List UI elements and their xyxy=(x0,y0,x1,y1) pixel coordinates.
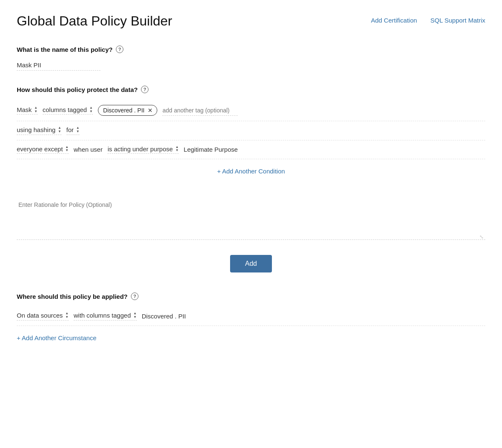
who-select-text: everyone except xyxy=(17,145,63,153)
protect-row-2: using hashing ▲ ▼ for ▲ ▼ xyxy=(17,121,485,140)
apply-modifier-select-text: with columns tagged xyxy=(74,312,131,319)
policy-name-help-icon[interactable]: ? xyxy=(116,46,123,53)
source-select-group[interactable]: On data sources ▲ ▼ xyxy=(17,312,69,321)
add-condition-row: + Add Another Condition xyxy=(17,159,485,183)
apply-row-1: On data sources ▲ ▼ with columns tagged … xyxy=(17,307,485,326)
add-tag-input[interactable] xyxy=(162,105,238,116)
modifier-spinner[interactable]: ▲ ▼ xyxy=(90,106,93,114)
source-select-text: On data sources xyxy=(17,312,63,319)
apply-modifier-select-group[interactable]: with columns tagged ▲ ▼ xyxy=(74,312,137,321)
preposition-spinner[interactable]: ▲ ▼ xyxy=(76,126,79,134)
add-another-condition-button[interactable]: + Add Another Condition xyxy=(217,168,285,175)
preposition-select-group[interactable]: for ▲ ▼ xyxy=(67,126,79,135)
who-select-group[interactable]: everyone except ▲ ▼ xyxy=(17,145,69,154)
resize-indicator: ⤡ xyxy=(479,234,484,240)
preposition-select-text: for xyxy=(67,126,74,133)
tag-chip: Discovered . PII ✕ xyxy=(98,105,158,116)
policy-name-input[interactable] xyxy=(17,60,100,71)
action-select-text: Mask xyxy=(17,106,32,113)
protect-data-section: How should this policy protect the data?… xyxy=(17,86,485,183)
protect-row-3: everyone except ▲ ▼ when user is acting … xyxy=(17,140,485,160)
rationale-section: ⤡ xyxy=(17,198,485,242)
apply-section: Where should this policy be applied? ? O… xyxy=(17,293,485,341)
condition-spinner[interactable]: ▲ ▼ xyxy=(175,145,179,153)
source-spinner[interactable]: ▲ ▼ xyxy=(65,312,69,319)
apply-tag-value: Discovered . PII xyxy=(142,313,186,320)
header-links: Add Certification SQL Support Matrix xyxy=(371,13,485,24)
page-header: Global Data Policy Builder Add Certifica… xyxy=(17,13,485,29)
rationale-textarea[interactable] xyxy=(17,198,485,240)
who-spinner[interactable]: ▲ ▼ xyxy=(65,145,69,153)
apply-section-label: Where should this policy be applied? ? xyxy=(17,293,485,300)
action-spinner[interactable]: ▲ ▼ xyxy=(34,106,38,114)
method-select-group[interactable]: using hashing ▲ ▼ xyxy=(17,126,61,135)
protect-row-1: Mask ▲ ▼ columns tagged ▲ ▼ Discovered .… xyxy=(17,100,485,121)
action-select-group[interactable]: Mask ▲ ▼ xyxy=(17,106,38,115)
add-policy-button[interactable]: Add xyxy=(230,255,272,272)
protect-data-label: How should this policy protect the data?… xyxy=(17,86,485,93)
method-spinner[interactable]: ▲ ▼ xyxy=(58,126,61,134)
legitimate-purpose-value: Legitimate Purpose xyxy=(184,146,238,153)
policy-name-section: What is the name of this policy? ? xyxy=(17,46,485,71)
tag-chip-label: Discovered . PII xyxy=(103,107,145,114)
sql-support-matrix-link[interactable]: SQL Support Matrix xyxy=(430,17,485,24)
apply-modifier-spinner[interactable]: ▲ ▼ xyxy=(133,312,137,319)
add-another-circumstance-button[interactable]: + Add Another Circumstance xyxy=(17,334,97,341)
modifier-select-group[interactable]: columns tagged ▲ ▼ xyxy=(43,106,93,115)
apply-section-help-icon[interactable]: ? xyxy=(131,293,138,300)
protect-data-help-icon[interactable]: ? xyxy=(141,86,149,93)
condition-select-text: is acting under purpose xyxy=(108,145,173,153)
method-select-text: using hashing xyxy=(17,126,56,133)
add-certification-link[interactable]: Add Certification xyxy=(371,17,417,24)
add-circumstance-row: + Add Another Circumstance xyxy=(17,326,485,341)
when-user-label: when user xyxy=(74,146,102,153)
tag-chip-close-button[interactable]: ✕ xyxy=(148,107,153,113)
modifier-select-text: columns tagged xyxy=(43,106,87,113)
page-title: Global Data Policy Builder xyxy=(17,13,172,29)
policy-name-label: What is the name of this policy? ? xyxy=(17,46,485,53)
condition-select-group[interactable]: is acting under purpose ▲ ▼ xyxy=(108,145,179,154)
